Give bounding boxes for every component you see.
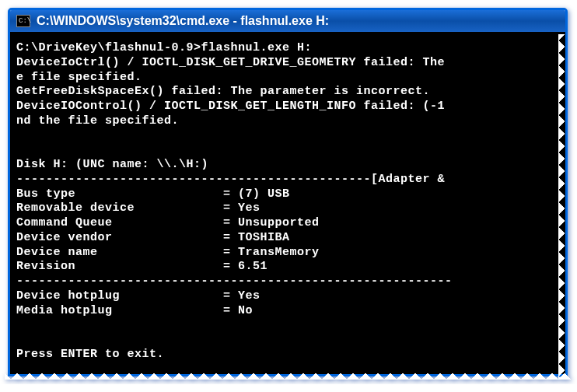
error-line: nd the file specified. [16, 114, 179, 128]
prompt: C:\DriveKey\flashnul-0.9> [16, 41, 201, 54]
disk-header: Disk H: (UNC name: \\.\H:) [16, 158, 208, 171]
info-row: Command Queue = Unsupported [16, 216, 320, 229]
cmd-icon-text: C:\ [19, 17, 31, 25]
info-row: Revision = 6.51 [16, 260, 268, 273]
section-divider: ----------------------------------------… [16, 173, 445, 186]
error-line: DeviceIoCtrl() / IOCTL_DISK_GET_DRIVE_GE… [16, 56, 445, 69]
command-prompt-window: C:\ C:\WINDOWS\system32\cmd.exe - flashn… [8, 8, 568, 376]
info-row: Bus type = (7) USB [16, 187, 290, 201]
window-title: C:\WINDOWS\system32\cmd.exe - flashnul.e… [37, 14, 329, 28]
console-output[interactable]: C:\DriveKey\flashnul-0.9>flashnul.exe H:… [10, 32, 565, 374]
divider: ----------------------------------------… [16, 275, 453, 288]
error-line: GetFreeDiskSpaceEx() failed: The paramet… [16, 85, 430, 98]
info-row: Device vendor = TOSHIBA [16, 231, 290, 244]
exit-prompt: Press ENTER to exit. [16, 348, 164, 361]
info-row: Media hotplug = No [16, 304, 253, 317]
prompt-line: C:\DriveKey\flashnul-0.9>flashnul.exe H: [16, 41, 312, 54]
titlebar[interactable]: C:\ C:\WINDOWS\system32\cmd.exe - flashn… [10, 10, 565, 32]
command: flashnul.exe H: [201, 41, 313, 54]
error-line: DeviceIOControl() / IOCTL_DISK_GET_LENGT… [16, 100, 445, 113]
info-row: Device name = TransMemory [16, 246, 320, 259]
info-row: Device hotplug = Yes [16, 289, 261, 303]
error-line: e file specified. [16, 71, 142, 84]
cmd-icon: C:\ [16, 15, 30, 27]
info-row: Removable device = Yes [16, 201, 261, 215]
